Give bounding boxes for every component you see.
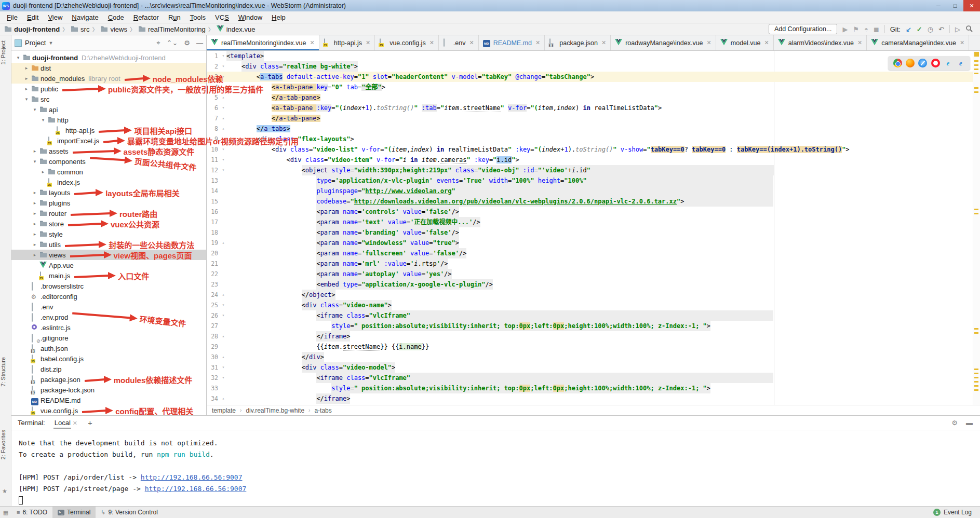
maximize-button[interactable]: □ (947, 0, 963, 11)
fold-marker-icon[interactable]: ▾ (220, 362, 226, 373)
menu-refactor[interactable]: Refactor (129, 12, 164, 22)
stripe-favorites[interactable]: 2: Favorites (0, 430, 11, 459)
terminal-tab-local[interactable]: Local✕ (53, 417, 78, 429)
breadcrumb-item-index-vue[interactable]: index.vue (217, 25, 256, 33)
tree-item-readme-md[interactable]: MDREADME.md (11, 395, 206, 405)
terminal-settings-gear-icon[interactable]: ⚙ (951, 419, 958, 427)
breadcrumb-item-duoji-frontend[interactable]: duoji-frontend (4, 25, 60, 33)
statusbar-6-todo[interactable]: ≡6: TODO (11, 507, 52, 518)
warning-marker[interactable] (974, 64, 978, 66)
fold-marker-icon[interactable]: ▴ (220, 113, 226, 124)
tree-item-env-prod[interactable]: .env.prod环境变量文件 (11, 312, 206, 322)
fold-marker-icon[interactable]: ▴ (220, 393, 226, 404)
fold-marker-icon[interactable]: ▴ (220, 331, 226, 342)
locate-file-icon[interactable]: ⌖ (156, 39, 160, 47)
editor-breadcrumb-template[interactable]: template (212, 407, 236, 414)
fold-marker-icon[interactable]: ▾ (220, 103, 226, 113)
menu-navigate[interactable]: Navigate (67, 12, 103, 22)
breadcrumb-item-realtimemonitoring[interactable]: realTimeMonitoring (138, 25, 206, 33)
tree-item-style[interactable]: ▸style (11, 229, 206, 239)
fold-marker-icon[interactable]: ▾ (220, 61, 226, 72)
close-icon[interactable]: ✕ (310, 39, 315, 46)
editor-tab-alarmvideos-index-vue[interactable]: alarmVideos\index.vue✕ (774, 35, 867, 50)
tree-item-auth-json[interactable]: { }auth.json (11, 343, 206, 353)
tree-item-package-lock-json[interactable]: { }package-lock.json (11, 385, 206, 395)
search-everywhere-icon[interactable] (965, 25, 973, 34)
close-icon[interactable]: ✕ (857, 39, 862, 46)
fold-marker-icon[interactable]: ▴ (220, 352, 226, 362)
breadcrumb-item-views[interactable]: views (100, 25, 127, 33)
warning-marker[interactable] (974, 60, 978, 62)
tree-item-dist-zip[interactable]: dist.zip (11, 364, 206, 374)
fold-marker-icon[interactable]: ▾ (220, 300, 226, 310)
warning-marker[interactable] (974, 213, 978, 214)
editor-tab-realtimemonitoring-index-vue[interactable]: realTimeMonitoring\index.vue✕ (207, 35, 319, 50)
warning-marker[interactable] (974, 87, 978, 89)
editor-tab-vue-config-js[interactable]: JSvue.config.js✕ (375, 35, 439, 50)
close-icon[interactable]: ✕ (535, 39, 540, 46)
warning-marker[interactable] (974, 209, 978, 210)
editor-scrollbar[interactable] (973, 51, 980, 405)
git-rollback-icon[interactable]: ↶ (938, 25, 944, 33)
chrome-icon[interactable] (893, 59, 902, 67)
tree-item-components[interactable]: ▾components页面公共组件文件 (11, 156, 206, 167)
tree-item-gitignore[interactable]: .gitignore (11, 333, 206, 343)
menu-window[interactable]: Window (234, 12, 267, 22)
fold-marker-icon[interactable]: ▴ (220, 124, 226, 134)
edge-icon[interactable]: e (956, 59, 965, 67)
warning-marker[interactable] (974, 328, 978, 330)
run-icon[interactable]: ▶ (842, 25, 848, 33)
run-anything-icon[interactable]: ▷ (955, 25, 960, 33)
new-terminal-button[interactable]: + (88, 418, 92, 427)
tree-item-package-json[interactable]: { }package.jsonmodules依赖描述文件 (11, 374, 206, 385)
tree-item-utils[interactable]: ▸utils封装的一些公共函数方法 (11, 239, 206, 250)
stripe-project[interactable]: 1: Project (0, 40, 11, 64)
debug-icon[interactable]: ⚑ (853, 25, 859, 33)
tree-item-vue-config-js[interactable]: JSvue.config.jsconfig配置、代理相关 (11, 405, 206, 416)
fold-marker-icon[interactable]: ▾ (220, 165, 226, 175)
menu-help[interactable]: Help (267, 12, 290, 22)
editor-tab-cameramanage-index-vue[interactable]: cameraManage\index.vue✕ (867, 35, 969, 50)
tree-item-index-js[interactable]: JSindex.js (11, 177, 206, 187)
fold-marker-icon[interactable]: ▾ (220, 310, 226, 321)
minimize-button[interactable]: ─ (930, 0, 947, 11)
stripe-structure[interactable]: 7: Structure (0, 357, 11, 387)
breadcrumb-item-src[interactable]: src (71, 25, 89, 33)
tree-item-browserslistrc[interactable]: .browserslistrc (11, 281, 206, 291)
close-icon[interactable]: ✕ (601, 39, 606, 46)
tree-item-dist[interactable]: ▸dist (11, 63, 206, 73)
git-commit-icon[interactable]: ✓ (917, 25, 922, 33)
editor-tab-package-json[interactable]: { }package.json✕ (545, 35, 611, 50)
tree-item-editorconfig[interactable]: ⚙.editorconfig (11, 291, 206, 302)
fold-marker-icon[interactable]: ▾ (220, 155, 226, 165)
coverage-icon[interactable]: ◓ (864, 25, 868, 33)
warning-marker[interactable] (974, 373, 978, 374)
menu-file[interactable]: File (2, 12, 22, 22)
warning-marker[interactable] (974, 332, 978, 334)
tree-item-main-js[interactable]: JSmain.js入口文件 (11, 270, 206, 281)
editor-breadcrumb-div-realtime-bg-white[interactable]: div.realTime.bg-white (246, 407, 304, 414)
warning-marker[interactable] (974, 377, 978, 378)
menu-vcs[interactable]: VCS (210, 12, 234, 22)
menu-code[interactable]: Code (103, 12, 129, 22)
internet-explorer-icon[interactable]: e (944, 59, 952, 67)
tree-item-http[interactable]: ▾http (11, 115, 206, 125)
tree-item-app-vue[interactable]: App.vue (11, 260, 206, 270)
warning-marker[interactable] (974, 389, 978, 391)
warning-marker[interactable] (974, 381, 978, 383)
fold-marker-icon[interactable]: ▴ (220, 238, 226, 248)
add-configuration-button[interactable]: Add Configuration... (769, 24, 838, 34)
warning-marker[interactable] (974, 385, 978, 387)
editor-tab-roadwaymanage-index-vue[interactable]: roadwayManage\index.vue✕ (611, 35, 716, 50)
warning-marker[interactable] (974, 73, 978, 74)
fold-marker-icon[interactable]: ▴ (220, 290, 226, 300)
close-button[interactable]: ✕ (963, 0, 980, 11)
fold-marker-icon[interactable]: ▾ (220, 373, 226, 383)
editor-tab-env[interactable]: .env✕ (439, 35, 479, 50)
tree-item-node-modules[interactable]: ▸node_moduleslibrary rootnode_modules依赖 (11, 73, 206, 84)
close-icon[interactable]: ✕ (469, 39, 474, 46)
close-icon[interactable]: ✕ (366, 39, 370, 46)
tree-item-importexcel-js[interactable]: JSimportExcel.js暴露环境变量地址给图片or视频资源路径绑定引用 (11, 135, 206, 146)
terminal-minimize-icon[interactable]: ▬ (966, 419, 973, 427)
close-icon[interactable]: ✕ (429, 39, 434, 46)
